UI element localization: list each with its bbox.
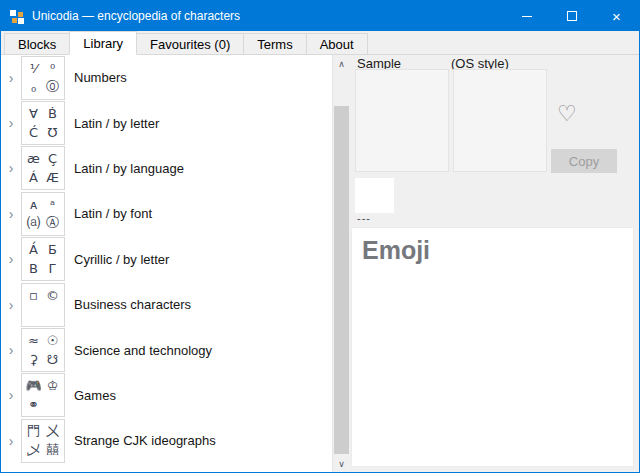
- tab-favourites[interactable]: Favourites (0): [136, 33, 244, 54]
- chevron-right-icon[interactable]: ›: [1, 116, 21, 130]
- library-list: › ⅟⁰₀⓪ Numbers › ⱯḂĆƱ Latin / by letter …: [1, 55, 333, 472]
- chevron-right-icon[interactable]: ›: [1, 71, 21, 85]
- os-style-preview-box: [453, 69, 547, 172]
- title-bar: Unicodia — encyclopedia of characters ×: [1, 1, 639, 31]
- tab-terms[interactable]: Terms: [243, 33, 306, 54]
- app-icon: [9, 8, 25, 24]
- category-icon: ▫©: [21, 283, 65, 327]
- close-button[interactable]: ×: [594, 1, 639, 31]
- minimize-button[interactable]: [504, 1, 549, 31]
- chevron-right-icon[interactable]: ›: [1, 207, 21, 221]
- window-title: Unicodia — encyclopedia of characters: [32, 9, 504, 23]
- list-item-label: Latin / by language: [74, 161, 184, 176]
- scroll-up-icon[interactable]: ∧: [333, 55, 350, 72]
- chevron-right-icon[interactable]: ›: [1, 434, 21, 448]
- tab-library[interactable]: Library: [69, 31, 137, 55]
- divider-text: ---: [357, 212, 371, 224]
- chevron-right-icon[interactable]: ›: [1, 161, 21, 175]
- list-item-label: Games: [74, 388, 116, 403]
- list-item-label: Latin / by font: [74, 206, 152, 221]
- list-item-latin-by-language[interactable]: › æÇÁÆ Latin / by language: [1, 146, 332, 191]
- chevron-right-icon[interactable]: ›: [1, 343, 21, 357]
- detail-panel: Sample (OS style) ♡ Copy --- Emoji: [350, 55, 639, 472]
- list-item-cyrillic-by-letter[interactable]: › А́БВГ Cyrillic / by letter: [1, 237, 332, 282]
- chevron-right-icon[interactable]: ›: [1, 388, 21, 402]
- list-item-label: Business characters: [74, 297, 191, 312]
- list-item-games[interactable]: › 🎮♔⚭ Games: [1, 373, 332, 418]
- list-item-label: Numbers: [74, 70, 127, 85]
- tab-bar: Blocks Library Favourites (0) Terms Abou…: [1, 31, 639, 55]
- category-icon: æÇÁÆ: [21, 146, 65, 190]
- character-cell: [355, 178, 394, 213]
- maximize-button[interactable]: [549, 1, 594, 31]
- list-item-strange-cjk-ideographs[interactable]: › 門㐅乄囍 Strange CJK ideographs: [1, 418, 332, 463]
- list-item-label: Cyrillic / by letter: [74, 252, 169, 267]
- tab-blocks[interactable]: Blocks: [4, 33, 70, 54]
- sample-preview-box: [355, 69, 449, 172]
- category-icon: ⱯḂĆƱ: [21, 101, 65, 145]
- vertical-scrollbar[interactable]: ∧ ∨: [333, 55, 350, 472]
- description-area: Emoji: [351, 227, 634, 467]
- chevron-right-icon[interactable]: ›: [1, 298, 21, 312]
- tab-about[interactable]: About: [306, 33, 368, 54]
- category-icon: 門㐅乄囍: [21, 419, 65, 463]
- app-window: Unicodia — encyclopedia of characters × …: [0, 0, 640, 473]
- category-icon: ᴀᵃ⒜Ⓐ: [21, 192, 65, 236]
- list-item-label: Strange CJK ideographs: [74, 433, 216, 448]
- list-item-latin-by-font[interactable]: › ᴀᵃ⒜Ⓐ Latin / by font: [1, 191, 332, 236]
- list-item-label: Science and technology: [74, 343, 212, 358]
- list-item-label: Latin / by letter: [74, 116, 159, 131]
- scroll-down-icon[interactable]: ∨: [333, 455, 350, 472]
- list-item-business-characters[interactable]: › ▫© Business characters: [1, 282, 332, 327]
- list-item-latin-by-letter[interactable]: › ⱯḂĆƱ Latin / by letter: [1, 100, 332, 145]
- main-area: › ⅟⁰₀⓪ Numbers › ⱯḂĆƱ Latin / by letter …: [1, 55, 639, 472]
- block-title: Emoji: [362, 236, 623, 265]
- list-item-science-and-technology[interactable]: › ≈☉⚳☋ Science and technology: [1, 327, 332, 372]
- category-icon: ⅟⁰₀⓪: [21, 56, 65, 100]
- scrollbar-thumb[interactable]: [334, 106, 349, 454]
- copy-button[interactable]: Copy: [551, 149, 617, 173]
- category-icon: А́БВГ: [21, 237, 65, 281]
- favourite-heart-icon[interactable]: ♡: [557, 101, 577, 126]
- list-item-numbers[interactable]: › ⅟⁰₀⓪ Numbers: [1, 55, 332, 100]
- category-icon: ≈☉⚳☋: [21, 328, 65, 372]
- category-icon: 🎮♔⚭: [21, 373, 65, 417]
- chevron-right-icon[interactable]: ›: [1, 252, 21, 266]
